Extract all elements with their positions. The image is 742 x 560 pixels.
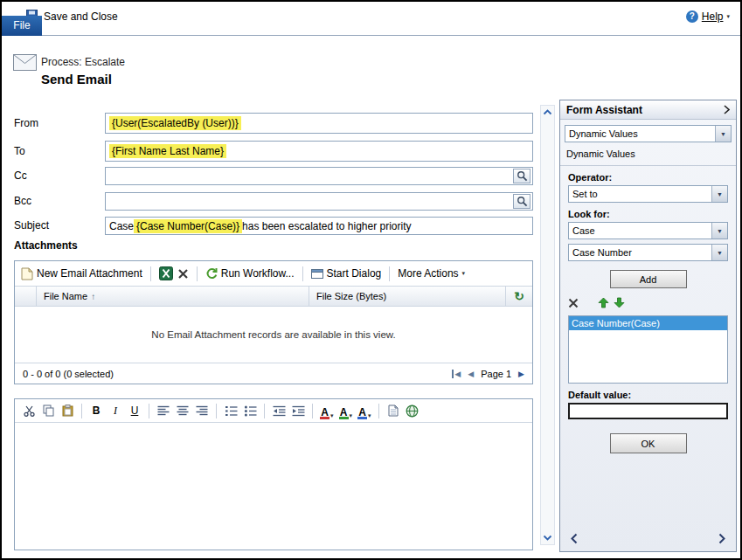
page-title: Send Email (41, 72, 112, 86)
attachments-toolbar: New Email Attachment Run Workflow... Sta… (15, 261, 532, 287)
send-email-window: Save and Close ? Help ▾ File Process: Es… (0, 0, 742, 560)
move-up-button[interactable] (598, 297, 609, 311)
underline-button[interactable]: U (126, 402, 143, 419)
refresh-icon[interactable]: ↻ (514, 289, 524, 303)
font-size-swatch (339, 417, 349, 419)
attachments-grid: New Email Attachment Run Workflow... Sta… (14, 260, 533, 384)
attribute-select[interactable]: Case Number ▼ (568, 244, 728, 261)
align-left-button[interactable] (155, 402, 172, 419)
process-breadcrumb: Process: Escalate (41, 56, 125, 68)
cut-button[interactable] (20, 402, 38, 419)
font-color-button[interactable]: A ▾ (318, 402, 336, 419)
scroll-down-button[interactable] (543, 535, 552, 541)
previous-page-button[interactable]: ◀ (468, 370, 474, 378)
toolbar-separator (302, 266, 303, 281)
export-to-excel-button[interactable] (159, 266, 173, 280)
sort-ascending-icon: ↑ (91, 292, 95, 301)
subject-dynamic-value: {Case Number(Case)} (134, 219, 242, 233)
run-workflow-icon (205, 267, 218, 280)
next-page-button[interactable]: ▶ (518, 370, 524, 378)
align-right-button[interactable] (193, 402, 211, 419)
more-actions-button[interactable]: More Actions ▾ (398, 267, 465, 280)
bullet-list-icon (244, 405, 257, 417)
email-body-textarea[interactable] (15, 423, 532, 550)
scroll-up-button[interactable] (543, 109, 552, 115)
form-assistant-header[interactable]: Form Assistant (560, 100, 736, 120)
cc-field[interactable] (105, 167, 533, 185)
attachments-section-label: Attachments (14, 239, 78, 252)
indent-button[interactable] (289, 402, 307, 419)
bullet-list-button[interactable] (241, 402, 259, 419)
start-dialog-icon (311, 268, 323, 280)
to-field[interactable]: {First Name Last Name} (105, 141, 533, 162)
first-page-button[interactable]: ◀ (452, 370, 461, 378)
dropdown-arrow-icon: ▼ (711, 223, 727, 239)
align-center-button[interactable] (174, 402, 191, 419)
bold-button[interactable]: B (87, 402, 105, 419)
magnifier-icon (517, 196, 528, 207)
toolbar-separator (389, 266, 390, 281)
bcc-field[interactable] (105, 192, 533, 211)
run-workflow-button[interactable]: Run Workflow... (205, 267, 295, 280)
chevron-up-icon (543, 109, 552, 115)
to-label: To (14, 145, 25, 157)
bcc-lookup-button[interactable] (513, 194, 530, 209)
file-size-column-header[interactable]: File Size (Bytes) (309, 287, 506, 306)
start-dialog-label: Start Dialog (327, 267, 382, 280)
chevron-right-icon (718, 533, 725, 544)
operator-select[interactable]: Set to ▼ (568, 185, 728, 203)
assistant-mode-value: Dynamic Values (565, 126, 715, 142)
italic-button[interactable]: I (107, 402, 124, 419)
remove-item-button[interactable] (568, 298, 579, 311)
ok-button[interactable]: OK (610, 433, 687, 453)
toolbar-separator (150, 266, 151, 281)
delete-attachment-button[interactable] (177, 268, 189, 280)
chevron-right-icon (724, 105, 730, 114)
copy-button[interactable] (39, 402, 57, 419)
help-menu[interactable]: ? Help ▾ (686, 10, 730, 23)
numbered-list-button[interactable] (222, 402, 239, 419)
insert-hyperlink-button[interactable] (404, 402, 421, 419)
assistant-mode-select[interactable]: Dynamic Values ▼ (565, 125, 732, 142)
default-value-label: Default value: (568, 390, 728, 400)
font-size-decrease-button[interactable]: A ▾ (356, 402, 373, 419)
main-vertical-scrollbar[interactable] (540, 105, 555, 545)
dynamic-values-listbox[interactable]: Case Number(Case) (568, 315, 728, 384)
refresh-cell: ↻ (506, 287, 532, 306)
start-dialog-button[interactable]: Start Dialog (311, 267, 382, 280)
paste-button[interactable] (59, 402, 76, 419)
toolbar-separator (81, 404, 82, 418)
align-left-icon (157, 405, 170, 416)
font-size-swatch (357, 417, 367, 419)
default-value-input[interactable] (568, 403, 728, 419)
list-item-selected[interactable]: Case Number(Case) (569, 316, 727, 330)
grid-header-row: File Name ↑ File Size (Bytes) ↻ (15, 287, 532, 307)
subject-field[interactable]: Case {Case Number(Case)} has been escala… (105, 217, 533, 235)
arrow-down-icon (614, 297, 625, 308)
form-assistant-panel: Form Assistant Dynamic Values ▼ Dynamic … (559, 100, 737, 552)
file-size-header-label: File Size (Bytes) (316, 291, 386, 301)
panel-scroll-right-button[interactable] (718, 533, 725, 547)
operator-value: Set to (569, 186, 711, 202)
ribbon-topbar: Save and Close ? Help ▾ (2, 2, 740, 36)
outdent-button[interactable] (270, 402, 288, 419)
select-all-column-header[interactable] (15, 287, 37, 306)
move-down-button[interactable] (614, 297, 625, 311)
new-email-attachment-button[interactable]: New Email Attachment (21, 267, 142, 280)
from-field[interactable]: {User(EscalatedBy (User))} (105, 113, 533, 134)
font-size-increase-button[interactable]: A ▾ (337, 402, 355, 419)
dropdown-arrow-icon: ▼ (711, 186, 727, 202)
delete-x-icon (568, 298, 579, 308)
toolbar-separator (312, 404, 313, 418)
form-assistant-title: Form Assistant (566, 104, 642, 116)
cc-lookup-button[interactable] (513, 169, 530, 183)
cc-label: Cc (14, 169, 27, 182)
insert-template-button[interactable] (385, 402, 402, 419)
add-button[interactable]: Add (610, 270, 687, 288)
file-tab[interactable]: File (2, 16, 42, 36)
excel-icon (159, 266, 173, 280)
to-dynamic-value: {First Name Last Name} (109, 144, 226, 158)
entity-select[interactable]: Case ▼ (568, 222, 728, 239)
file-name-column-header[interactable]: File Name ↑ (37, 287, 309, 306)
panel-scroll-left-button[interactable] (571, 533, 578, 547)
